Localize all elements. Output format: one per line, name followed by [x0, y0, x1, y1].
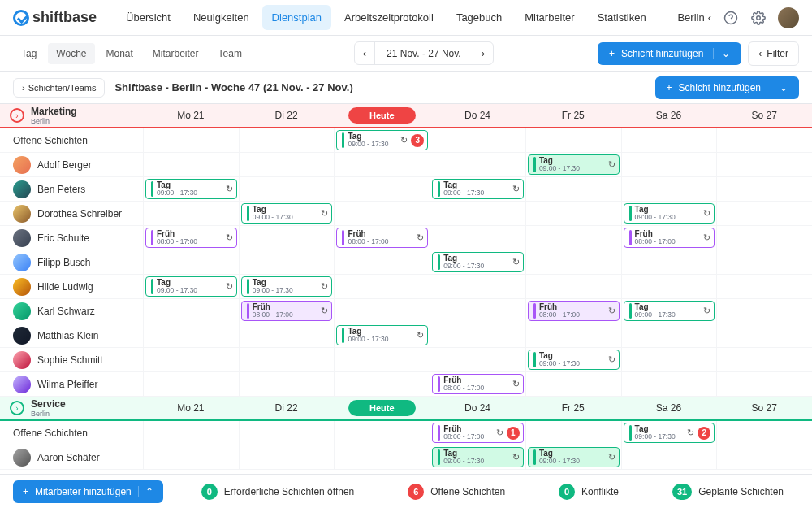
schedule-cell[interactable]: [239, 128, 335, 152]
shift-fruh[interactable]: Früh08:00 - 17:00↻1: [432, 423, 524, 443]
schedule-cell[interactable]: Früh08:00 - 17:00↻1: [430, 421, 525, 445]
schedule-cell[interactable]: [716, 128, 812, 152]
schedule-cell[interactable]: [239, 421, 335, 445]
view-monat[interactable]: Monat: [98, 43, 141, 64]
schedule-cell[interactable]: Tag09:00 - 17:30↻2: [621, 421, 717, 445]
shift-tag[interactable]: Tag09:00 - 17:30↻: [528, 154, 620, 175]
schedule-cell[interactable]: [525, 226, 621, 250]
schedule-cell[interactable]: [143, 372, 239, 396]
schedule-cell[interactable]: [239, 372, 335, 396]
stat-erforderliche-schichten-öffnen[interactable]: 0Erforderliche Schichten öffnen: [201, 484, 355, 500]
logo[interactable]: shiftbase: [13, 9, 97, 26]
schedule-cell[interactable]: Tag09:00 - 17:30↻: [430, 445, 525, 469]
schedule-cell[interactable]: [143, 128, 239, 152]
schedule-cell[interactable]: [621, 275, 717, 298]
schedule-cell[interactable]: [239, 177, 335, 201]
nav-übersicht[interactable]: Übersicht: [116, 5, 180, 30]
schedule-cell[interactable]: [525, 128, 621, 152]
schedule-cell[interactable]: [621, 445, 717, 469]
schedule-cell[interactable]: Tag09:00 - 17:30↻: [143, 177, 239, 201]
nav-tagebuch[interactable]: Tagebuch: [447, 5, 512, 30]
schedule-cell[interactable]: Tag09:00 - 17:30↻: [525, 348, 621, 371]
nav-statistiken[interactable]: Statistiken: [588, 5, 656, 30]
schedule-cell[interactable]: [716, 348, 812, 371]
shift-fruh[interactable]: Früh08:00 - 17:00↻: [624, 228, 715, 248]
shift-fruh[interactable]: Früh08:00 - 17:00↻: [528, 301, 620, 321]
filter-button[interactable]: ‹ Filter: [748, 41, 799, 66]
schedule-cell[interactable]: [716, 372, 812, 396]
view-woche[interactable]: Woche: [48, 43, 94, 64]
shift-fruh[interactable]: Früh08:00 - 17:00↻: [145, 228, 237, 248]
schedule-cell[interactable]: [430, 323, 525, 347]
shift-tag[interactable]: Tag09:00 - 17:30↻3: [336, 130, 428, 150]
schedule-cell[interactable]: [430, 299, 525, 323]
schedule-cell[interactable]: [430, 153, 525, 176]
stat-offene-schichten[interactable]: 6Offene Schichten: [408, 484, 505, 500]
schedule-cell[interactable]: [334, 177, 430, 201]
dept-toggle[interactable]: ›: [10, 401, 24, 415]
shift-tag[interactable]: Tag09:00 - 17:30↻: [624, 301, 715, 321]
schedule-cell[interactable]: Tag09:00 - 17:30↻: [525, 153, 621, 176]
employee-label[interactable]: Matthias Klein: [0, 323, 143, 347]
shift-fruh[interactable]: Früh08:00 - 17:00↻: [241, 301, 333, 321]
breadcrumb-button[interactable]: › Schichten/Teams: [13, 78, 105, 98]
next-week-button[interactable]: ›: [473, 42, 493, 64]
schedule-cell[interactable]: Früh08:00 - 17:00↻: [239, 299, 335, 323]
help-icon[interactable]: [723, 10, 739, 26]
shift-tag[interactable]: Tag09:00 - 17:30↻: [624, 203, 715, 224]
schedule-cell[interactable]: [430, 202, 525, 225]
employee-label[interactable]: Filipp Busch: [0, 250, 143, 274]
schedule-cell[interactable]: [621, 323, 717, 347]
dept-toggle[interactable]: ›: [10, 108, 24, 123]
schedule-cell[interactable]: [716, 226, 812, 250]
schedule-cell[interactable]: Tag09:00 - 17:30↻: [621, 299, 717, 323]
schedule-cell[interactable]: Tag09:00 - 17:30↻: [239, 275, 335, 298]
schedule-cell[interactable]: Tag09:00 - 17:30↻3: [334, 128, 430, 152]
schedule-cell[interactable]: [239, 445, 335, 469]
schedule-cell[interactable]: [334, 299, 430, 323]
location-selector[interactable]: Berlin ‹: [677, 11, 711, 24]
employee-label[interactable]: Eric Schulte: [0, 226, 143, 250]
shift-tag[interactable]: Tag09:00 - 17:30↻: [241, 203, 333, 224]
schedule-cell[interactable]: [716, 153, 812, 176]
date-range[interactable]: 21 Nov. - 27 Nov.: [375, 43, 473, 64]
schedule-cell[interactable]: [430, 226, 525, 250]
schedule-cell[interactable]: Tag09:00 - 17:30↻: [334, 323, 430, 347]
schedule-cell[interactable]: [239, 226, 335, 250]
nav-mitarbeiter[interactable]: Mitarbeiter: [515, 5, 584, 30]
shift-tag[interactable]: Tag09:00 - 17:30↻: [241, 276, 333, 297]
schedule-cell[interactable]: [143, 445, 239, 469]
schedule-cell[interactable]: [716, 299, 812, 323]
shift-tag[interactable]: Tag09:00 - 17:30↻: [528, 447, 620, 467]
shift-tag[interactable]: Tag09:00 - 17:30↻: [145, 276, 237, 297]
schedule-cell[interactable]: Tag09:00 - 17:30↻: [239, 202, 335, 225]
employee-label[interactable]: Sophie Schmitt: [0, 348, 143, 371]
schedule-cell[interactable]: [143, 153, 239, 176]
schedule-cell[interactable]: [334, 348, 430, 371]
view-mitarbeiter[interactable]: Mitarbeiter: [145, 43, 207, 64]
schedule-cell[interactable]: [621, 177, 717, 201]
schedule-cell[interactable]: [716, 421, 812, 445]
shift-fruh[interactable]: Früh08:00 - 17:00↻: [432, 374, 524, 394]
schedule-cell[interactable]: Früh08:00 - 17:00↻: [143, 226, 239, 250]
schedule-cell[interactable]: Tag09:00 - 17:30↻: [143, 275, 239, 298]
schedule-cell[interactable]: [716, 275, 812, 298]
schedule-cell[interactable]: [239, 153, 335, 176]
schedule-cell[interactable]: Früh08:00 - 17:00↻: [525, 299, 621, 323]
schedule-cell[interactable]: Tag09:00 - 17:30↻: [525, 445, 621, 469]
schedule-cell[interactable]: [716, 202, 812, 225]
shift-tag[interactable]: Tag09:00 - 17:30↻: [528, 350, 620, 370]
schedule-cell[interactable]: [334, 275, 430, 298]
shift-tag[interactable]: Tag09:00 - 17:30↻: [145, 179, 237, 199]
add-shift-button-2[interactable]: + Schicht hinzufügen ⌄: [655, 76, 799, 99]
schedule-cell[interactable]: [621, 153, 717, 176]
view-tag[interactable]: Tag: [13, 43, 45, 64]
schedule-cell[interactable]: [143, 202, 239, 225]
view-team[interactable]: Team: [210, 43, 250, 64]
schedule-cell[interactable]: [239, 250, 335, 274]
schedule-cell[interactable]: [525, 421, 621, 445]
shift-tag[interactable]: Tag09:00 - 17:30↻: [336, 325, 428, 345]
schedule-cell[interactable]: Früh08:00 - 17:00↻: [430, 372, 525, 396]
schedule-cell[interactable]: [143, 299, 239, 323]
schedule-cell[interactable]: [716, 177, 812, 201]
